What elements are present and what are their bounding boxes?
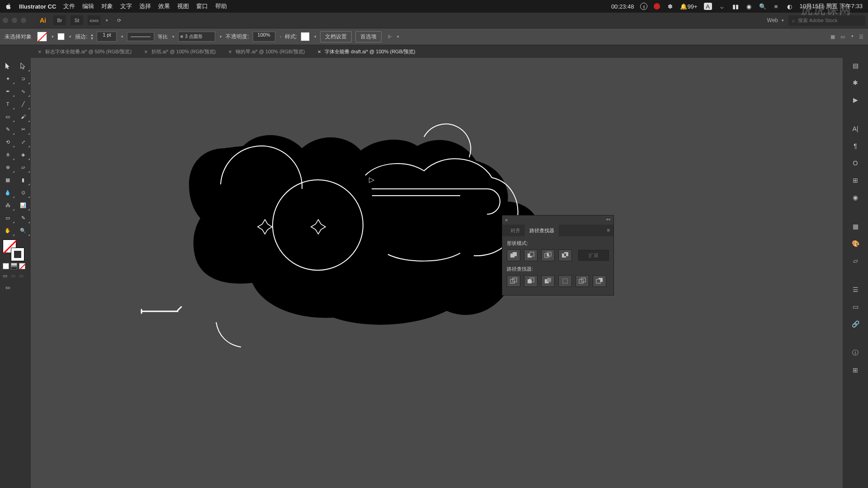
expand-button[interactable]: 扩展 [578,250,609,261]
shaper-tool[interactable]: ✎ [0,123,15,136]
menu-type[interactable]: 文字 [120,2,132,10]
menu-file[interactable]: 文件 [63,2,75,10]
graph-tool[interactable]: 📊 [15,199,31,211]
panel-menu-icon[interactable]: ≡ [604,225,613,236]
properties-panel-icon[interactable]: ▤ [850,61,860,70]
screen-mode-button[interactable]: ▭ [3,273,9,279]
input-source-icon[interactable]: A [704,3,712,10]
stroke-weight-input[interactable]: 1 pt [97,32,117,42]
notification-badge[interactable]: 🔔99+ [680,3,697,10]
width-tool[interactable]: ⋔ [0,148,15,161]
shape-builder-tool[interactable]: ⊕ [0,161,15,174]
tab-align[interactable]: 对齐 [506,225,525,236]
chevron-down-icon[interactable]: ▾ [121,34,123,39]
close-icon[interactable]: × [144,48,148,55]
blend-tool[interactable]: ⊙ [15,186,31,199]
close-icon[interactable]: × [505,217,508,223]
stroke-panel-icon[interactable]: ▱ [850,256,860,266]
record-icon[interactable] [654,3,660,9]
chevron-right-icon[interactable]: › [280,34,281,39]
merge-button[interactable] [541,275,555,287]
outline-button[interactable] [576,275,589,287]
workspace-switcher[interactable]: Web▾ [767,17,784,23]
color-panel-icon[interactable]: 🎨 [850,239,860,249]
eyedropper-tool[interactable]: 💧 [0,186,15,199]
scale-tool[interactable]: ⤢ [15,136,31,148]
tab-document-1[interactable]: ×标志字体全能番.ai* @ 50% (RGB/预览) [32,45,138,58]
hand-tool[interactable]: ✋ [0,224,15,237]
control-center-icon[interactable]: ≡ [773,3,780,10]
menu-edit[interactable]: 编辑 [82,2,94,10]
brush-profile[interactable]: 3 点圆形 [178,32,215,42]
menu-view[interactable]: 视图 [177,2,189,10]
tab-document-2[interactable]: ×折纸.ai* @ 100% (RGB/预览) [138,45,222,58]
crop-button[interactable] [558,275,572,287]
document-setup-button[interactable]: 文档设置 [320,31,352,42]
panel-collapse-icon[interactable]: ◂◂ [606,217,610,221]
chevron-down-icon[interactable]: ▾ [220,34,222,39]
fill-stroke-indicator[interactable] [3,239,24,261]
chevron-down-icon[interactable]: ▾ [52,34,54,39]
spotlight-icon[interactable]: 🔍 [759,3,766,10]
bluetooth-icon[interactable]: ⌵ [718,3,726,10]
gpu-preview-icon[interactable]: ⟳ [113,15,125,25]
direct-selection-tool[interactable] [15,60,31,72]
gradient-mode-button[interactable] [11,263,17,269]
none-mode-button[interactable] [19,263,25,269]
stock-button[interactable]: St [71,15,83,25]
minus-back-button[interactable] [593,275,606,287]
menu-window[interactable]: 窗口 [196,2,208,10]
gradient-tool[interactable]: ▮ [15,174,31,186]
opentype-panel-icon[interactable]: O [850,158,860,168]
chevron-down-icon[interactable]: ▾ [397,34,399,39]
app-name[interactable]: Illustrator CC [19,3,56,10]
curvature-tool[interactable]: ∿ [15,85,31,98]
glyphs-panel-icon[interactable]: ⊞ [850,175,860,185]
stroke-swatch[interactable] [57,33,65,40]
zoom-tool[interactable]: 🔍 [15,224,31,237]
panel-menu-icon[interactable]: ☰ [859,34,863,40]
stroke-profile[interactable] [127,32,154,41]
transform-icon[interactable]: ▭ [840,34,845,40]
screen-mode-3-button[interactable]: ▭ [19,273,25,279]
trim-button[interactable] [524,275,538,287]
menu-select[interactable]: 选择 [139,2,151,10]
grid-icon[interactable]: ▦ [830,34,835,40]
color-mode-button[interactable] [3,263,9,269]
unite-button[interactable] [507,249,520,261]
rectangle-tool[interactable]: ▭ [0,110,15,123]
opacity-input[interactable]: 100% [253,32,275,42]
rotate-tool[interactable]: ⟲ [0,136,15,148]
exclude-button[interactable] [558,249,572,261]
tab-document-3[interactable]: ×钢的琴.ai* @ 100% (RGB/预览) [222,45,311,58]
swatches-panel-icon[interactable]: ▦ [850,221,860,231]
menu-object[interactable]: 对象 [101,2,113,10]
magic-wand-tool[interactable]: ✦ [0,72,15,85]
libraries-panel-icon[interactable]: ✱ [850,78,860,88]
perspective-tool[interactable]: ▱ [15,161,31,174]
pause-icon[interactable]: || [640,3,647,10]
search-input[interactable]: ⌕搜索 Adobe Stock [788,15,865,26]
actions-panel-icon[interactable]: ▶ [850,95,860,105]
intersect-button[interactable] [541,249,555,261]
clock[interactable]: 10月15日 周五 下午7:33 [800,2,863,10]
wechat-icon[interactable]: ✽ [666,3,674,10]
arrange-button[interactable]: ▭▭ [88,15,100,25]
layers-panel-icon[interactable]: ☰ [850,285,860,295]
free-transform-tool[interactable]: ◈ [15,148,31,161]
paragraph-panel-icon[interactable]: ¶ [850,141,860,151]
paintbrush-tool[interactable]: 🖌 [15,110,31,123]
preferences-button[interactable]: 首选项 [355,31,382,42]
chevron-down-icon[interactable]: ▾ [314,34,316,39]
minus-front-button[interactable] [524,249,538,261]
bridge-button[interactable]: Br [53,15,66,25]
align-icon[interactable]: ⊩ [388,34,392,40]
canvas[interactable]: ▷ [31,58,843,488]
draw-mode-button[interactable]: ▭ [0,281,15,294]
chevron-down-icon[interactable]: ▾ [69,34,71,39]
screen-mode-2-button[interactable]: ▭ [11,273,17,279]
menu-help[interactable]: 帮助 [215,2,227,10]
lasso-tool[interactable]: ⊃ [15,72,31,85]
line-tool[interactable]: ╱ [15,98,31,110]
links-panel-icon[interactable]: 🔗 [850,319,860,329]
